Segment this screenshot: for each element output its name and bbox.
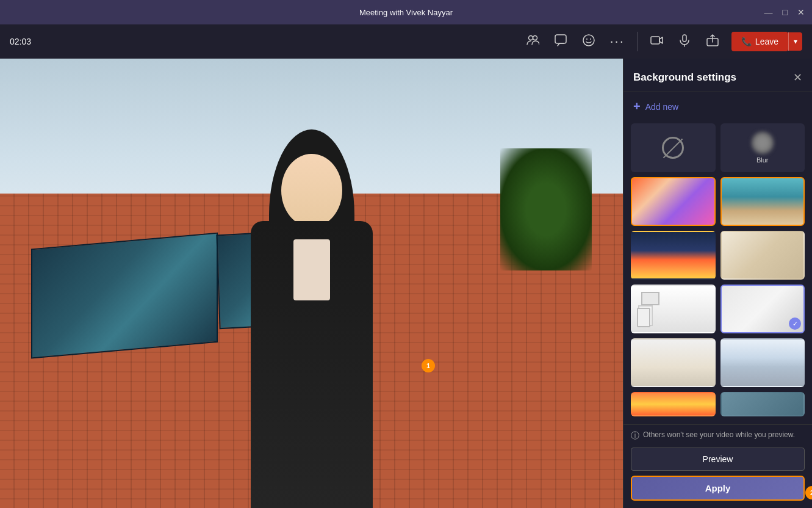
leave-button[interactable]: 📞 Leave <box>731 32 788 51</box>
bg-row-3 <box>631 231 805 280</box>
bg-none-option[interactable] <box>631 123 716 172</box>
window-close-button[interactable]: ✕ <box>797 8 805 16</box>
svg-rect-2 <box>555 35 566 43</box>
room-picture-decoration <box>641 292 659 305</box>
bg-office1-option[interactable] <box>720 177 805 226</box>
chat-icon <box>554 34 567 50</box>
chat-button[interactable] <box>549 30 572 54</box>
minimize-button[interactable]: — <box>764 8 773 16</box>
camera-icon <box>650 34 663 50</box>
svg-point-0 <box>528 35 533 40</box>
no-background-icon <box>662 137 684 159</box>
main-content: 1 Background settings ✕ + Add new Blur <box>0 59 812 508</box>
svg-point-5 <box>590 38 591 40</box>
toolbar-right-controls: ··· 📞 Leave ▾ <box>521 30 803 54</box>
bg-interior1-option[interactable] <box>720 231 805 280</box>
tree-background <box>500 148 592 270</box>
glass-panel-1 <box>31 233 218 359</box>
bg-city-option[interactable] <box>631 231 716 280</box>
add-new-label: Add new <box>645 102 678 112</box>
reactions-icon <box>582 34 595 50</box>
person-video <box>214 129 409 508</box>
video-scene <box>0 59 623 508</box>
bg-row-4: ✓ <box>631 285 805 333</box>
background-settings-panel: Background settings ✕ + Add new Blur <box>623 59 812 508</box>
camera-button[interactable] <box>645 30 668 54</box>
add-new-plus-icon: + <box>633 100 641 114</box>
info-row: ⓘ Others won't see your video while you … <box>631 430 805 441</box>
preview-button[interactable]: Preview <box>631 448 805 471</box>
bg-gradient1-option[interactable] <box>631 177 716 226</box>
bg-warm-gradient-option[interactable] <box>631 392 716 416</box>
panel-close-button[interactable]: ✕ <box>793 71 802 84</box>
meeting-timer: 02:03 <box>10 37 40 46</box>
svg-point-3 <box>583 35 594 46</box>
bg-bedroom-option[interactable] <box>631 338 716 387</box>
participants-button[interactable] <box>521 30 544 54</box>
bg-row-2 <box>631 177 805 226</box>
panel-footer: ⓘ Others won't see your video while you … <box>623 424 812 508</box>
bg-modern-office-option[interactable] <box>720 338 805 387</box>
step1-indicator: 1 <box>422 359 435 372</box>
bg-row-6 <box>631 392 805 416</box>
bg-row-5 <box>631 338 805 387</box>
phone-icon: 📞 <box>741 37 752 46</box>
mic-button[interactable] <box>673 30 696 54</box>
leave-dropdown-button[interactable]: ▾ <box>788 32 802 51</box>
blur-avatar-icon <box>752 132 774 154</box>
video-area: 1 <box>0 59 623 508</box>
selected-check-icon: ✓ <box>789 318 801 330</box>
room-frame-decoration <box>637 308 650 327</box>
mic-icon <box>678 34 691 50</box>
more-options-button[interactable]: ··· <box>605 31 630 52</box>
titlebar-controls: — □ ✕ <box>764 8 805 16</box>
backgrounds-grid: Blur ✓ <box>623 121 812 424</box>
participants-icon <box>526 34 539 50</box>
bg-row-1: Blur <box>631 123 805 172</box>
add-new-button[interactable]: + Add new <box>623 92 812 121</box>
svg-point-4 <box>586 38 587 40</box>
info-icon: ⓘ <box>631 430 639 441</box>
panel-header: Background settings ✕ <box>623 59 812 92</box>
svg-rect-7 <box>683 35 686 42</box>
bg-abstract-white-option[interactable]: ✓ <box>720 285 805 333</box>
apply-button[interactable]: Apply <box>631 476 805 501</box>
bg-white-room-option[interactable] <box>631 285 716 333</box>
titlebar: Meeting with Vivek Nayyar — □ ✕ <box>0 0 812 24</box>
maximize-button[interactable]: □ <box>783 8 788 16</box>
more-icon: ··· <box>610 35 625 48</box>
leave-button-group: 📞 Leave ▾ <box>731 32 802 51</box>
svg-point-1 <box>533 35 537 40</box>
share-icon <box>706 34 719 50</box>
toolbar-separator <box>637 32 638 51</box>
info-text: Others won't see your video while you pr… <box>643 430 795 440</box>
bg-blur-option[interactable]: Blur <box>720 123 805 172</box>
share-button[interactable] <box>701 30 724 54</box>
leave-label: Leave <box>755 37 778 46</box>
blur-label: Blur <box>756 156 769 164</box>
panel-title: Background settings <box>633 71 736 84</box>
reactions-button[interactable] <box>577 30 600 54</box>
window-title: Meeting with Vivek Nayyar <box>359 8 453 17</box>
meeting-toolbar: 02:03 ··· <box>0 24 812 59</box>
bg-extra-option[interactable] <box>720 392 805 416</box>
svg-rect-6 <box>651 37 659 44</box>
